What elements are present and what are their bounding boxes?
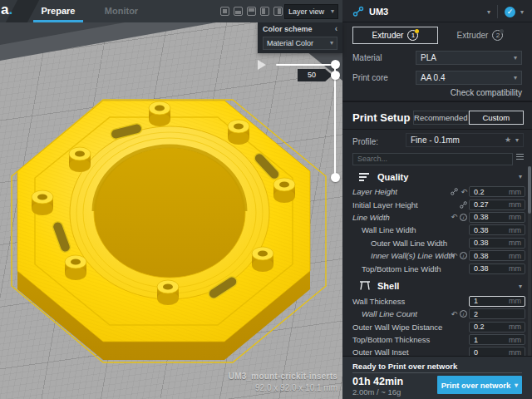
setting-row[interactable]: Inner Wall(s) Line Width↶i0.38mm: [342, 249, 532, 262]
view-top-icon[interactable]: [247, 7, 256, 16]
model-3d[interactable]: [3, 88, 336, 375]
viewport-3d[interactable]: 50 UM3_mount-crickit-inserts 92.0 x 92.0…: [0, 0, 342, 399]
view-mode-dropdown[interactable]: Layer view▾: [284, 4, 338, 19]
layer-slider-bottom-handle[interactable]: [331, 173, 340, 182]
model-dimensions: 92.0 x 92.0 x 10.1 mm: [229, 383, 337, 392]
view-3d-icon[interactable]: [220, 7, 229, 16]
view-right-icon[interactable]: [273, 7, 283, 16]
setting-value-field[interactable]: 0.2mm: [469, 322, 525, 332]
chevron-down-icon: ▾: [519, 283, 522, 290]
setting-value: 0.38: [470, 239, 489, 247]
scrollbar-thumb[interactable]: [528, 166, 531, 214]
color-scheme-dropdown[interactable]: Material Color▾: [263, 37, 337, 50]
view-front-icon[interactable]: [234, 7, 243, 16]
print-time-estimate: 01h 42min: [352, 376, 403, 387]
setting-value: 0.2: [470, 188, 485, 196]
setting-row[interactable]: Wall Line Count↶i2: [342, 308, 532, 320]
setting-value-field[interactable]: 0.38mm: [469, 212, 525, 223]
print-job-footer: Ready to Print over network 01h 42min 2.…: [342, 356, 532, 399]
profile-dropdown[interactable]: Fine - 0.1mm ★ ▾: [406, 133, 524, 147]
setting-row[interactable]: Line Width↶i0.38mm: [342, 211, 532, 224]
setting-icons: ↶: [451, 188, 467, 196]
link-icon[interactable]: [451, 188, 458, 195]
setting-unit: mm: [509, 188, 525, 196]
setting-row[interactable]: Wall Thickness1mm: [342, 295, 532, 308]
extruder-2-tab[interactable]: Extruder 2: [438, 27, 522, 44]
setting-row[interactable]: Top/Bottom Thickness1mm: [342, 333, 532, 346]
setting-row[interactable]: Wall Line Width0.38mm: [342, 224, 532, 236]
layer-slider-track[interactable]: [334, 65, 336, 178]
setting-value-field[interactable]: 1mm: [469, 334, 525, 345]
chevron-down-icon[interactable]: ▾: [520, 8, 524, 16]
revert-icon[interactable]: ↶: [451, 310, 457, 318]
link-icon[interactable]: [460, 201, 467, 209]
setting-row[interactable]: Outer Wall Inset0mm: [342, 346, 532, 356]
setting-value-field[interactable]: 0.27mm: [469, 200, 525, 210]
material-color-dot: [500, 29, 504, 33]
revert-icon[interactable]: ↶: [451, 213, 457, 221]
setting-row[interactable]: Layer Height↶0.2mm: [342, 185, 532, 198]
check-compatibility-link[interactable]: Check compatibility: [451, 88, 522, 97]
setting-value-field[interactable]: 0.2mm: [469, 186, 525, 197]
setting-value: 0.2: [470, 323, 485, 331]
shell-icon: [359, 281, 371, 290]
setting-value-field[interactable]: 0.38mm: [469, 250, 525, 261]
simulation-slider-track[interactable]: [276, 64, 336, 66]
chevron-down-icon: ▾: [514, 52, 517, 64]
setting-value-field[interactable]: 0.38mm: [469, 224, 525, 235]
section-header-quality[interactable]: Quality▾: [352, 170, 522, 184]
print-setup-mode-buttons: Recommended Custom: [413, 111, 524, 125]
tab-monitor[interactable]: Monitor: [98, 0, 145, 22]
setting-value-field[interactable]: 0.38mm: [469, 264, 525, 274]
setting-unit: mm: [509, 264, 525, 273]
settings-search-input[interactable]: [352, 153, 513, 165]
setting-value-field[interactable]: 2: [469, 308, 525, 319]
extruder-1-tab[interactable]: Extruder 1: [352, 27, 438, 44]
star-icon[interactable]: ★: [505, 134, 511, 146]
revert-icon[interactable]: ↶: [451, 252, 457, 260]
collapse-panel-icon[interactable]: ‹: [335, 25, 337, 33]
setting-unit: mm: [509, 348, 525, 356]
recommended-mode-button[interactable]: Recommended: [413, 111, 469, 125]
divider: [352, 372, 522, 373]
custom-mode-button[interactable]: Custom: [469, 111, 525, 125]
print-core-dropdown[interactable]: AA 0.4▾: [416, 71, 522, 85]
top-bar: a. Prepare Monitor Layer view▾: [0, 0, 342, 22]
profile-label: Profile:: [352, 137, 378, 146]
print-over-network-button[interactable]: Print over network ▾: [437, 376, 522, 394]
setting-label: Wall Line Count: [352, 309, 417, 318]
extruder-2-number: 2: [492, 30, 503, 41]
setting-label: Inner Wall(s) Line Width: [352, 251, 455, 260]
setting-unit: mm: [509, 323, 525, 331]
settings-filter-icon[interactable]: [516, 152, 524, 160]
tab-prepare[interactable]: Prepare: [33, 0, 83, 22]
info-icon[interactable]: i: [460, 252, 467, 259]
layer-slider-top-handle[interactable]: [331, 71, 340, 80]
setting-value-field[interactable]: 1mm: [469, 296, 525, 307]
machine-selector[interactable]: UM3 ▾ ✓ ▾: [352, 4, 524, 19]
setting-row[interactable]: Outer Wall Line Width0.38mm: [342, 237, 532, 249]
material-color-dot: [415, 29, 419, 33]
model-info: UM3_mount-crickit-inserts 92.0 x 92.0 x …: [229, 372, 337, 392]
setting-icons: ↶i: [451, 310, 467, 318]
view-left-icon[interactable]: [260, 7, 269, 16]
setting-value-field[interactable]: 0mm: [469, 347, 525, 356]
setting-row[interactable]: Initial Layer Height0.27mm: [342, 198, 532, 210]
settings-scrollbar[interactable]: [528, 166, 531, 356]
color-scheme-panel: Color scheme ‹ Material Color▾: [258, 22, 342, 53]
printer-connected-icon: ✓: [505, 7, 515, 17]
setting-row[interactable]: Top/Bottom Line Width0.38mm: [342, 262, 532, 274]
info-icon[interactable]: i: [460, 310, 467, 318]
material-dropdown[interactable]: PLA▾: [416, 51, 522, 65]
setting-value: 0.38: [470, 213, 489, 221]
extruder-1-number: 1: [407, 30, 418, 41]
setting-row[interactable]: Outer Wall Wipe Distance0.2mm: [342, 321, 532, 333]
setting-value-field[interactable]: 0.38mm: [469, 238, 525, 249]
setting-unit: mm: [509, 336, 525, 344]
setting-value: 0.27: [470, 200, 489, 209]
revert-icon[interactable]: ↶: [461, 188, 467, 196]
setting-label: Layer Height: [352, 187, 397, 196]
info-icon[interactable]: i: [460, 214, 467, 221]
simulation-play-button[interactable]: [258, 60, 266, 70]
section-header-shell[interactable]: Shell▾: [352, 279, 522, 293]
